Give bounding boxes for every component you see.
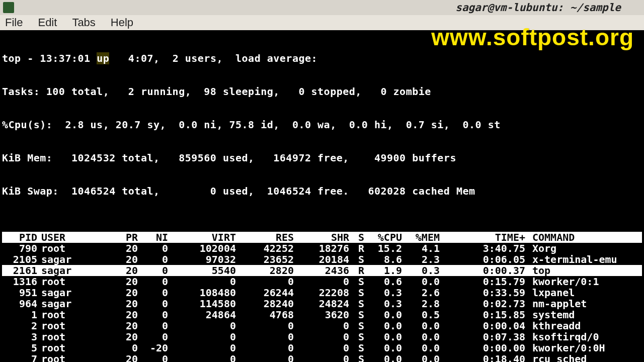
cell-user: sagar: [41, 298, 97, 309]
cell-user: sagar: [41, 287, 97, 298]
cell-pr: 20: [97, 254, 142, 265]
cell-cmd: Xorg: [529, 243, 642, 254]
cell-virt: 108480: [172, 287, 240, 298]
cell-pr: 20: [97, 265, 142, 276]
cell-shr: 3620: [298, 309, 353, 320]
cell-res: 28240: [240, 298, 298, 309]
cell-mem: 2.6: [406, 287, 444, 298]
cell-ni: 0: [142, 353, 172, 362]
cell-cpu: 0.3: [368, 298, 406, 309]
cell-s: S: [353, 254, 368, 265]
cell-shr: 18276: [298, 243, 353, 254]
cell-s: R: [353, 265, 368, 276]
cell-res: 0: [240, 331, 298, 342]
cell-user: root: [41, 309, 97, 320]
top-summary-mem: KiB Mem: 1024532 total, 859560 used, 164…: [2, 152, 642, 163]
menu-tabs[interactable]: Tabs: [72, 16, 95, 29]
cell-cpu: 8.6: [368, 254, 406, 265]
cell-s: S: [353, 353, 368, 362]
col-s: S: [353, 232, 368, 243]
col-pid: PID: [2, 232, 41, 243]
cell-cmd: lxpanel: [529, 287, 642, 298]
cell-time: 0:33.59: [444, 287, 529, 298]
col-command: COMMAND: [529, 232, 642, 243]
cell-ni: 0: [142, 309, 172, 320]
terminal-output[interactable]: top - 13:37:01 up 4:07, 2 users, load av…: [0, 30, 644, 362]
cell-cmd: ksoftirqd/0: [529, 331, 642, 342]
cell-pid: 5: [2, 342, 41, 353]
cell-user: root: [41, 243, 97, 254]
table-row: 1316root200000S0.60.00:15.79kworker/0:1: [2, 276, 642, 287]
cell-user: root: [41, 342, 97, 353]
top-summary-tasks: Tasks: 100 total, 2 running, 98 sleeping…: [2, 86, 642, 97]
cell-virt: 0: [172, 331, 240, 342]
cell-shr: 0: [298, 276, 353, 287]
cell-virt: 114580: [172, 298, 240, 309]
menu-edit[interactable]: Edit: [38, 16, 57, 29]
cell-virt: 97032: [172, 254, 240, 265]
cell-pid: 964: [2, 298, 41, 309]
cell-s: S: [353, 331, 368, 342]
cell-shr: 2436: [298, 265, 353, 276]
cell-ni: 0: [142, 276, 172, 287]
table-row: 951sagar2001084802624422208S0.32.60:33.5…: [2, 287, 642, 298]
cell-cpu: 0.0: [368, 331, 406, 342]
cell-virt: 24864: [172, 309, 240, 320]
cell-mem: 2.3: [406, 254, 444, 265]
cell-shr: 20184: [298, 254, 353, 265]
cell-cmd: kthreadd: [529, 320, 642, 331]
cell-res: 42252: [240, 243, 298, 254]
cell-s: S: [353, 276, 368, 287]
cell-cpu: 0.0: [368, 320, 406, 331]
cell-ni: 0: [142, 320, 172, 331]
window-titlebar[interactable]: sagar@vm-lubuntu: ~/sample: [0, 0, 644, 15]
cell-user: root: [41, 353, 97, 362]
col-res: RES: [240, 232, 298, 243]
cell-cmd: kworker/0:1: [529, 276, 642, 287]
cell-ni: 0: [142, 331, 172, 342]
table-row: 2161sagar200554028202436R1.90.30:00.37to…: [2, 265, 642, 276]
cell-time: 0:07.38: [444, 331, 529, 342]
cell-pr: 20: [97, 309, 142, 320]
table-row: 790root2001020044225218276R15.24.13:40.7…: [2, 243, 642, 254]
cell-virt: 0: [172, 353, 240, 362]
cell-virt: 0: [172, 320, 240, 331]
col-time: TIME+: [444, 232, 529, 243]
menu-help[interactable]: Help: [111, 16, 133, 29]
table-row: 7root200000S0.00.00:18.40rcu_sched: [2, 353, 642, 362]
cell-s: S: [353, 298, 368, 309]
top-summary-swap: KiB Swap: 1046524 total, 0 used, 1046524…: [2, 186, 642, 197]
table-row: 1root2002486447683620S0.00.50:15.85syste…: [2, 309, 642, 320]
cell-mem: 0.0: [406, 353, 444, 362]
cell-pr: 20: [97, 298, 142, 309]
terminal-icon: [3, 2, 14, 13]
cell-res: 0: [240, 342, 298, 353]
window-title: sagar@vm-lubuntu: ~/sample: [18, 2, 641, 14]
cell-ni: 0: [142, 287, 172, 298]
cell-shr: 22208: [298, 287, 353, 298]
cell-ni: 0: [142, 254, 172, 265]
table-row: 2root200000S0.00.00:00.04kthreadd: [2, 320, 642, 331]
cell-ni: -20: [142, 342, 172, 353]
table-row: 3root200000S0.00.00:07.38ksoftirqd/0: [2, 331, 642, 342]
cell-mem: 0.0: [406, 320, 444, 331]
cell-pid: 2161: [2, 265, 41, 276]
cell-res: 2820: [240, 265, 298, 276]
cell-ni: 0: [142, 298, 172, 309]
cell-pr: 0: [97, 342, 142, 353]
cell-pid: 2: [2, 320, 41, 331]
cell-cmd: kworker/0:0H: [529, 342, 642, 353]
cell-pr: 20: [97, 243, 142, 254]
col-virt: VIRT: [172, 232, 240, 243]
cell-res: 0: [240, 276, 298, 287]
cell-pid: 1316: [2, 276, 41, 287]
cell-pr: 20: [97, 353, 142, 362]
menu-file[interactable]: File: [5, 16, 23, 29]
cell-s: S: [353, 287, 368, 298]
cell-mem: 0.0: [406, 342, 444, 353]
cell-user: root: [41, 331, 97, 342]
cell-time: 0:02.73: [444, 298, 529, 309]
cell-time: 0:18.40: [444, 353, 529, 362]
cell-res: 0: [240, 320, 298, 331]
cell-shr: 0: [298, 320, 353, 331]
